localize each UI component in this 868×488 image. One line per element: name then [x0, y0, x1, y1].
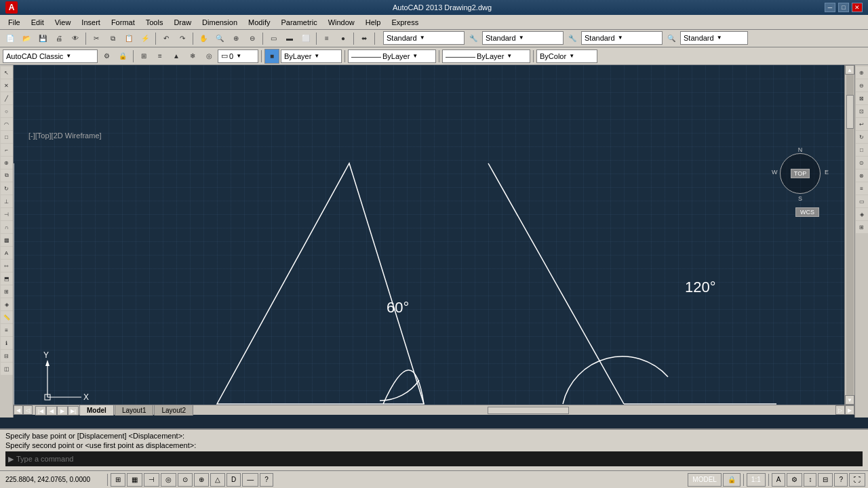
menu-dimension[interactable]: Dimension — [197, 17, 243, 28]
fillet-btn[interactable]: ∩ — [1, 221, 13, 233]
fullscreen-btn[interactable]: ⛶ — [849, 473, 865, 487]
layer-btn[interactable]: ≡ — [319, 31, 334, 46]
cut-btn[interactable]: ✂ — [89, 31, 104, 46]
zoom-prev2-btn[interactable]: ↩ — [856, 118, 868, 130]
grid-btn[interactable]: ▦ — [127, 473, 142, 487]
print-btn[interactable]: 🖨 — [52, 31, 66, 46]
plotstyle-dropdown[interactable]: ByColor▼ — [536, 49, 597, 63]
menu-file[interactable]: File — [3, 17, 26, 28]
menu-window[interactable]: Window — [323, 17, 360, 28]
hscroll-thumb[interactable] — [488, 407, 569, 414]
dim-btn[interactable]: ⇿ — [1, 260, 13, 272]
layer-freeze-btn[interactable]: ❄ — [185, 49, 200, 64]
snap-btn[interactable]: ⊞ — [111, 473, 125, 487]
osnap-btn[interactable]: ⊙ — [178, 473, 193, 487]
zoom-out-btn[interactable]: ⊖ — [856, 79, 868, 92]
ud-btn[interactable]: ↕ — [804, 473, 816, 487]
vertical-scrollbar[interactable]: ▲ ▼ — [844, 65, 854, 405]
r5-btn[interactable]: ▭ — [856, 195, 868, 207]
tab-nav-prev[interactable]: ◀ — [46, 406, 57, 415]
vp1-btn[interactable]: ▭ — [266, 31, 281, 46]
hatch-btn[interactable]: ▩ — [1, 234, 13, 246]
lineweight-dropdown[interactable]: ———— ByLayer▼ — [442, 49, 530, 63]
search-icon[interactable]: 🔍 — [665, 31, 677, 46]
vp2-btn[interactable]: ▬ — [282, 31, 297, 46]
workspace-dropdown2[interactable]: Standard▼ — [482, 31, 564, 45]
menu-insert[interactable]: Insert — [76, 17, 106, 28]
wr-icon[interactable]: 🔧 — [467, 31, 479, 46]
tab-nav-next[interactable]: ▶ — [57, 406, 68, 415]
vscroll-up-btn[interactable]: ▲ — [845, 65, 854, 75]
menu-modify[interactable]: Modify — [243, 17, 275, 28]
menu-draw[interactable]: Draw — [168, 17, 197, 28]
tab-nav-first[interactable]: |◀ — [35, 406, 46, 415]
layer-prev-btn[interactable]: ≡ — [153, 49, 167, 64]
menu-express[interactable]: Express — [386, 17, 424, 28]
grip-btn[interactable]: ◈ — [1, 298, 13, 310]
circle-btn[interactable]: ○ — [1, 105, 13, 117]
otrack-btn[interactable]: ⊕ — [194, 473, 209, 487]
horizontal-scrollbar[interactable]: ◀ ◁ |◀ ◀ ▶ ▶| Model Layout1 Layout2 ▷ ▶ — [14, 405, 854, 415]
redo-btn[interactable]: ↷ — [175, 31, 190, 46]
linetype-dropdown[interactable]: ———— ByLayer▼ — [348, 49, 436, 63]
xref-btn[interactable]: ⊞ — [1, 285, 13, 298]
workspace-selector[interactable]: AutoCAD Classic▼ — [3, 49, 98, 63]
new-btn[interactable]: 📄 — [3, 31, 18, 46]
move-btn[interactable]: ⊕ — [1, 157, 13, 169]
prop-btn[interactable]: ℹ — [1, 337, 13, 349]
workspace-lock-icon[interactable]: 🔒 — [115, 49, 130, 64]
layer2-btn[interactable]: ≡ — [1, 324, 13, 336]
tab-nav-last[interactable]: ▶| — [68, 406, 79, 415]
copy-draw-btn[interactable]: ⧉ — [1, 169, 13, 182]
qp-btn[interactable]: ? — [260, 473, 273, 487]
zoom-ext-btn[interactable]: ⊡ — [856, 105, 868, 117]
menu-edit[interactable]: Edit — [26, 17, 50, 28]
zoom-in-btn[interactable]: ⊕ — [856, 66, 868, 79]
tool-palette-btn[interactable]: ⊟ — [1, 350, 13, 362]
select-btn[interactable]: ↖ — [1, 66, 13, 79]
color-btn[interactable]: ● — [336, 31, 351, 46]
open-btn[interactable]: 📂 — [19, 31, 34, 46]
menu-format[interactable]: Format — [106, 17, 140, 28]
ducs-btn[interactable]: △ — [210, 473, 225, 487]
workspace-dropdown4[interactable]: Standard▼ — [680, 31, 748, 45]
help2-btn[interactable]: ? — [834, 473, 848, 487]
wcs-button[interactable]: WCS — [795, 207, 819, 217]
layer-dropdown[interactable]: ▭ 0▼ — [218, 49, 258, 63]
vp3-btn[interactable]: ⬜ — [298, 31, 313, 46]
tab-layout1[interactable]: Layout1 — [115, 405, 154, 415]
scale-btn[interactable]: 1:1 — [747, 473, 766, 487]
extend-btn[interactable]: ⊣ — [1, 208, 13, 220]
maximize-button[interactable]: □ — [838, 3, 849, 12]
zoom-window-btn[interactable]: ⊕ — [229, 31, 243, 46]
layer-isolate-btn[interactable]: ◎ — [201, 49, 216, 64]
tab-model[interactable]: Model — [79, 405, 114, 415]
layer-walk-btn[interactable]: ▲ — [169, 49, 184, 64]
r1-btn[interactable]: □ — [856, 144, 868, 156]
orbit-btn[interactable]: ↻ — [856, 131, 868, 143]
tray-btn[interactable]: ⊟ — [818, 473, 833, 487]
vscroll-thumb[interactable] — [846, 95, 854, 129]
ortho-btn[interactable]: ⊣ — [144, 473, 159, 487]
annotation-btn[interactable]: A — [772, 473, 786, 487]
polyline-btn[interactable]: ⌐ — [1, 144, 13, 156]
paste-btn[interactable]: 📋 — [121, 31, 136, 46]
ws-btn[interactable]: ⚙ — [787, 473, 802, 487]
menu-view[interactable]: View — [50, 17, 77, 28]
r3-btn[interactable]: ⊗ — [856, 169, 868, 182]
insert-btn[interactable]: ⬒ — [1, 272, 13, 285]
menu-help[interactable]: Help — [360, 17, 387, 28]
menu-tools[interactable]: Tools — [140, 17, 169, 28]
matchprop-btn[interactable]: ⚡ — [138, 31, 153, 46]
pan-btn[interactable]: ✋ — [196, 31, 211, 46]
save-btn[interactable]: 💾 — [35, 31, 50, 46]
zoom-all-btn[interactable]: ⊠ — [856, 92, 868, 104]
undo-btn[interactable]: ↶ — [159, 31, 174, 46]
measure-btn[interactable]: 📏 — [1, 311, 13, 323]
rect-btn[interactable]: □ — [1, 131, 13, 143]
layer-states-btn[interactable]: ⊞ — [136, 49, 151, 64]
erase-btn[interactable]: ✕ — [1, 79, 13, 92]
arc-btn[interactable]: ◠ — [1, 118, 13, 130]
menu-parametric[interactable]: Parametric — [275, 17, 322, 28]
line-btn[interactable]: ╱ — [1, 92, 13, 104]
